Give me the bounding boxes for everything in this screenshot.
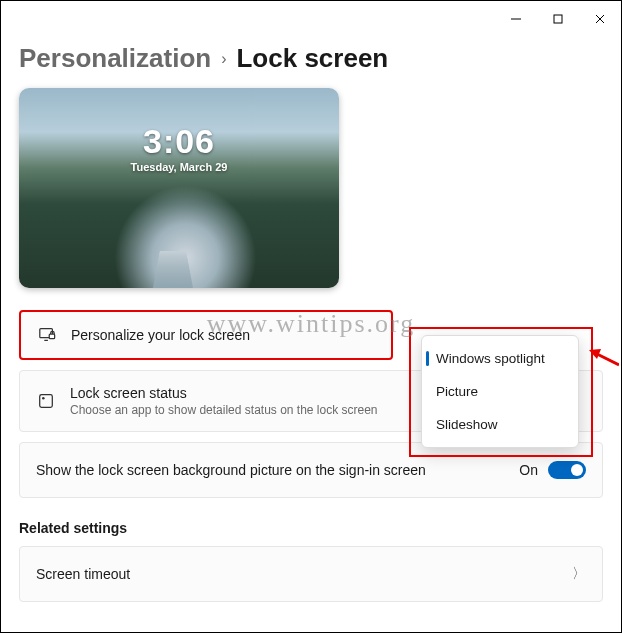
screen-timeout-row[interactable]: Screen timeout 〉: [19, 546, 603, 602]
personalize-lock-screen-row[interactable]: Personalize your lock screen: [19, 310, 393, 360]
show-on-signin-row: Show the lock screen background picture …: [19, 442, 603, 498]
signin-title: Show the lock screen background picture …: [36, 462, 505, 478]
toggle-label: On: [519, 462, 538, 478]
app-status-icon: [36, 392, 56, 410]
svg-point-8: [42, 397, 45, 400]
chevron-right-icon: ›: [221, 50, 226, 68]
preview-time: 3:06: [19, 122, 339, 161]
close-button[interactable]: [579, 5, 621, 33]
preview-date: Tuesday, March 29: [19, 161, 339, 173]
chevron-right-icon: 〉: [572, 565, 586, 583]
minimize-button[interactable]: [495, 5, 537, 33]
breadcrumb-parent[interactable]: Personalization: [19, 43, 211, 74]
maximize-button[interactable]: [537, 5, 579, 33]
annotation-arrow: [589, 349, 619, 372]
screen-timeout-title: Screen timeout: [36, 566, 558, 582]
related-settings-heading: Related settings: [19, 520, 603, 536]
lock-screen-preview: 3:06 Tuesday, March 29: [19, 88, 339, 288]
window-titlebar: [1, 1, 621, 37]
dropdown-item-picture[interactable]: Picture: [422, 375, 578, 408]
signin-toggle[interactable]: [548, 461, 586, 479]
svg-rect-1: [554, 15, 562, 23]
page-title: Lock screen: [236, 43, 388, 74]
svg-rect-7: [40, 395, 53, 408]
personalize-dropdown[interactable]: Windows spotlight Picture Slideshow: [421, 335, 579, 448]
monitor-lock-icon: [37, 326, 57, 344]
dropdown-item-spotlight[interactable]: Windows spotlight: [422, 342, 578, 375]
breadcrumb: Personalization › Lock screen: [19, 43, 603, 74]
svg-rect-6: [49, 334, 54, 339]
personalize-title: Personalize your lock screen: [71, 327, 375, 343]
dropdown-item-slideshow[interactable]: Slideshow: [422, 408, 578, 441]
